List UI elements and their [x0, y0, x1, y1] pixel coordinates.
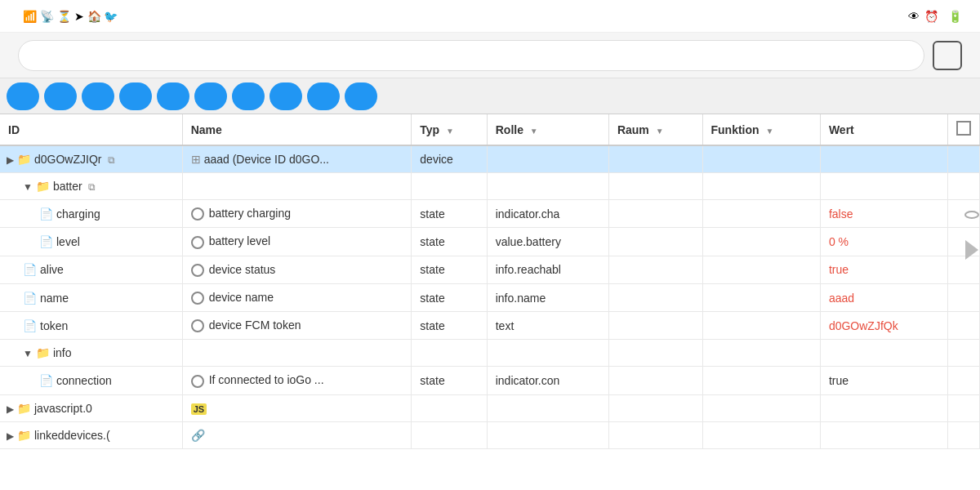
table-row[interactable]: 📄namedevice namestateinfo.nameaaad — [0, 283, 980, 311]
col-raum[interactable]: Raum ▼ — [608, 114, 702, 145]
scroll-arrow — [965, 240, 978, 260]
cell-raum — [608, 200, 702, 228]
expand-icon[interactable]: ▶ — [7, 403, 14, 415]
col-wert: Wert — [820, 114, 947, 145]
cell-rolle: text — [487, 312, 608, 340]
address-input[interactable] — [18, 40, 924, 71]
cell-wert — [820, 421, 947, 448]
table-header-row: ID Name Typ ▼ Rolle ▼ Raum ▼ Funktion ▼ … — [0, 114, 980, 145]
table-row[interactable]: ▶📁linkeddevices.(🔗 — [0, 421, 980, 448]
cell-wert — [820, 145, 947, 173]
scroll-circle — [964, 211, 979, 219]
cell-typ: state — [412, 367, 487, 394]
tab-buttons-row — [0, 78, 980, 114]
cell-wert: d0GOwZJfQk — [820, 312, 947, 340]
folder-icon: 📁 — [36, 180, 50, 193]
table-row[interactable]: ▼📁info — [0, 340, 980, 367]
tab-btn-10[interactable] — [345, 82, 377, 110]
tab-btn-9[interactable] — [307, 82, 340, 110]
cell-typ: state — [412, 200, 487, 228]
cell-typ — [412, 340, 487, 367]
tab-btn-5[interactable] — [157, 82, 189, 110]
cell-name: JS — [182, 394, 412, 421]
table-row[interactable]: ▶📁javascript.0JS — [0, 394, 980, 421]
cell-raum — [608, 256, 702, 283]
name-text: device FCM token — [209, 318, 301, 332]
table-row[interactable]: 📄levelbattery levelstatevalue.battery0 % — [0, 228, 980, 256]
id-text: level — [56, 235, 80, 248]
table-row[interactable]: 📄chargingbattery chargingstateindicator.… — [0, 200, 980, 228]
tab-btn-2[interactable] — [44, 82, 77, 110]
cell-checkbox — [948, 394, 980, 421]
cell-typ: state — [412, 283, 487, 311]
copy-icon[interactable]: ⧉ — [105, 154, 114, 166]
cell-id: ▶📁javascript.0 — [0, 394, 182, 421]
cell-funktion — [702, 173, 820, 200]
cell-wert — [820, 394, 947, 421]
id-text: alive — [40, 263, 64, 276]
cell-rolle — [487, 421, 608, 448]
col-name: Name — [182, 114, 412, 145]
eye-icon: 👁 — [908, 10, 920, 23]
select-all-checkbox[interactable] — [956, 121, 971, 136]
cell-id: 📄name — [0, 283, 182, 311]
id-text: javascript.0 — [34, 402, 92, 415]
address-bar — [0, 33, 980, 78]
col-funktion[interactable]: Funktion ▼ — [702, 114, 820, 145]
cell-wert: 0 % — [820, 228, 947, 256]
cell-raum — [608, 394, 702, 421]
cell-wert — [820, 340, 947, 367]
cell-checkbox — [948, 340, 980, 367]
circle-icon — [191, 319, 204, 332]
expand-icon[interactable]: ▶ — [7, 430, 14, 442]
folder-icon: 📁 — [17, 402, 31, 415]
cell-rolle: value.battery — [487, 228, 608, 256]
cell-typ: state — [412, 228, 487, 256]
table-row[interactable]: 📄tokendevice FCM tokenstatetextd0GOwZJfQ… — [0, 312, 980, 340]
browser-icon[interactable] — [933, 41, 962, 70]
cell-rolle: info.name — [487, 283, 608, 311]
cell-raum — [608, 367, 702, 394]
cell-name: device FCM token — [182, 312, 412, 340]
tab-btn-6[interactable] — [194, 82, 227, 110]
expand-icon[interactable]: ▼ — [23, 348, 33, 359]
table-row[interactable]: 📄connectionIf connected to ioGo ...state… — [0, 367, 980, 394]
tab-btn-8[interactable] — [270, 82, 302, 110]
file-icon: 📄 — [23, 263, 37, 276]
cell-checkbox — [948, 367, 980, 394]
cell-name: 🔗 — [182, 421, 412, 448]
table-row[interactable]: 📄alivedevice statusstateinfo.reachabltru… — [0, 256, 980, 283]
copy-icon[interactable]: ⧉ — [86, 181, 96, 193]
tab-btn-1[interactable] — [7, 82, 39, 110]
tab-btn-4[interactable] — [119, 82, 152, 110]
cell-raum — [608, 421, 702, 448]
table-row[interactable]: ▶📁d0GOwZJIQr ⧉⊞aaad (Device ID d0GO...de… — [0, 145, 980, 173]
cell-funktion — [702, 228, 820, 256]
file-icon: 📄 — [23, 319, 37, 332]
circle-icon — [191, 292, 204, 305]
expand-icon[interactable]: ▼ — [23, 181, 33, 193]
cell-typ — [412, 394, 487, 421]
col-rolle[interactable]: Rolle ▼ — [487, 114, 608, 145]
cell-typ: state — [412, 256, 487, 283]
cell-funktion — [702, 145, 820, 173]
name-text: battery level — [209, 234, 270, 247]
cell-rolle — [487, 340, 608, 367]
cell-checkbox — [948, 283, 980, 311]
col-typ[interactable]: Typ ▼ — [412, 114, 487, 145]
cell-id: 📄level — [0, 228, 182, 256]
cell-typ: state — [412, 312, 487, 340]
cell-checkbox — [948, 312, 980, 340]
folder-icon: 📁 — [17, 153, 31, 166]
cell-rolle: indicator.cha — [487, 200, 608, 228]
js-icon: JS — [191, 403, 207, 415]
file-icon: 📄 — [23, 292, 37, 305]
cell-funktion — [702, 200, 820, 228]
expand-icon[interactable]: ▶ — [7, 154, 14, 166]
cell-funktion — [702, 367, 820, 394]
tab-btn-3[interactable] — [82, 82, 114, 110]
cell-checkbox — [948, 173, 980, 200]
cell-id: 📄token — [0, 312, 182, 340]
table-row[interactable]: ▼📁batter ⧉ — [0, 173, 980, 200]
tab-btn-7[interactable] — [232, 82, 265, 110]
